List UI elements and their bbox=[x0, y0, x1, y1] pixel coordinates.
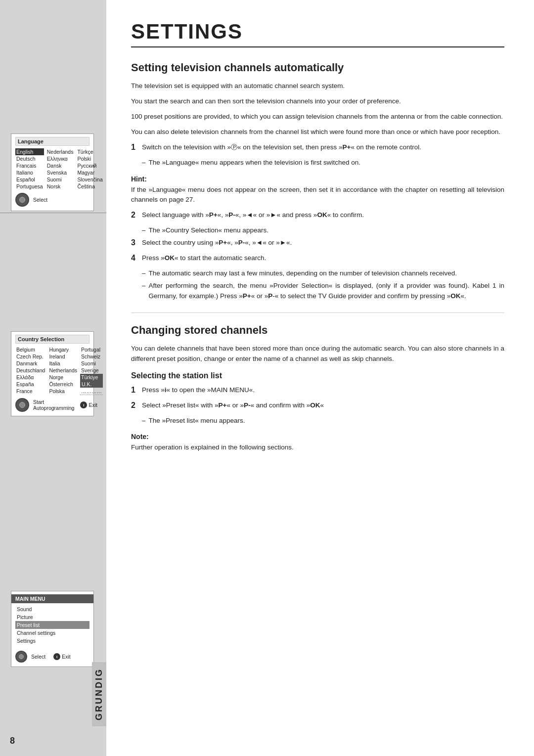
section1-para4: You can also delete television channels … bbox=[131, 127, 504, 137]
country-netherlands: Netherlands bbox=[48, 367, 78, 374]
country-italia: Italia bbox=[48, 360, 78, 367]
country-danmark: Danmark bbox=[15, 360, 46, 367]
lang-deutsch: Deutsch bbox=[15, 155, 44, 162]
section1-para1: The television set is equipped with an a… bbox=[131, 81, 504, 91]
exit-icon: i bbox=[80, 401, 87, 408]
lang-col-2: Nederlands Ελληνικα Dansk Svenska Suomi … bbox=[46, 148, 75, 190]
country-deutschland: Deutschland bbox=[15, 367, 46, 374]
country-ireland: Ireland bbox=[48, 353, 78, 360]
menu-item-sound[interactable]: Sound bbox=[15, 605, 89, 613]
lang-col-3: Türkçe Polski Русский Magyar Slovenčina … bbox=[76, 148, 103, 190]
country-sverige: Sverige bbox=[80, 367, 103, 374]
nav-btn-inner-2 bbox=[19, 402, 25, 408]
country-selection-box: Country Selection Belgium Czech Rep. Dan… bbox=[11, 331, 94, 416]
lang-nederlands: Nederlands bbox=[46, 148, 75, 155]
section2-step2-text: Select »Preset list« with »P+« or »P-« a… bbox=[142, 400, 504, 411]
country-espana: España bbox=[15, 381, 46, 388]
step1-sub1: The »Language« menu appears when the tel… bbox=[131, 158, 504, 168]
step1-number: 1 bbox=[131, 143, 142, 152]
main-menu-exit-icon: i bbox=[53, 653, 60, 660]
country-schweiz: Schweiz bbox=[80, 353, 103, 360]
nav-btn-inner bbox=[19, 197, 25, 203]
step3: 3 Select the country using »P+«, »P-«, »… bbox=[131, 238, 504, 248]
menu-item-settings[interactable]: Settings bbox=[15, 637, 89, 645]
country-select-button[interactable] bbox=[15, 398, 29, 412]
lang-espanol: Español bbox=[15, 176, 44, 183]
main-menu-box: MAIN MENU Sound Picture Preset list Chan… bbox=[11, 591, 94, 667]
language-box-title: Language bbox=[15, 137, 89, 146]
step3-text: Select the country using »P+«, »P-«, »◄«… bbox=[142, 238, 504, 248]
menu-item-channel-settings[interactable]: Channel settings bbox=[15, 629, 89, 637]
lang-polski: Polski bbox=[76, 155, 103, 162]
menu-item-picture[interactable]: Picture bbox=[15, 613, 89, 621]
section1-heading: Setting television channels automaticall… bbox=[131, 61, 504, 74]
step4-text: Press »OK« to start the automatic search… bbox=[142, 253, 504, 264]
hint-block: Hint: If the »Language« menu does not ap… bbox=[131, 175, 504, 206]
main-menu-exit[interactable]: i Exit bbox=[53, 653, 71, 660]
language-select-button[interactable] bbox=[15, 193, 29, 207]
country-france: France bbox=[15, 388, 46, 395]
note-text: Further operation is explained in the fo… bbox=[131, 443, 504, 453]
section2-para1: You can delete channels that have been s… bbox=[131, 344, 504, 364]
hint-label: Hint: bbox=[131, 175, 504, 183]
menu-item-preset-list[interactable]: Preset list bbox=[15, 621, 89, 629]
country-box-footer: Start Autoprogramming i Exit bbox=[15, 398, 89, 412]
language-box: Language English Deutsch Francais Italia… bbox=[11, 133, 94, 211]
step2: 2 Select language with »P+«, »P-«, »◄« o… bbox=[131, 210, 504, 221]
main-menu-select-button[interactable] bbox=[15, 651, 27, 663]
lang-russian: Русский bbox=[76, 162, 103, 169]
section2-step2: 2 Select »Preset list« with »P+« or »P-«… bbox=[131, 400, 504, 411]
country-czech: Czech Rep. bbox=[15, 353, 46, 360]
lang-col-1: English Deutsch Francais Italiano Españo… bbox=[15, 148, 44, 190]
country-portugal: Portugal bbox=[80, 346, 103, 353]
country-col-3: Portugal Schweiz Suomi Sverige Türkiye U… bbox=[80, 346, 103, 395]
step1: 1 Switch on the television with »Ⓟ« on t… bbox=[131, 142, 504, 153]
step4-number: 4 bbox=[131, 254, 142, 263]
page-title: SETTINGS bbox=[131, 20, 504, 47]
lang-italiano: Italiano bbox=[15, 169, 44, 176]
main-menu-footer: Select i Exit bbox=[11, 648, 93, 663]
lang-magyar: Magyar bbox=[76, 169, 103, 176]
lang-cestina: Čeština bbox=[76, 183, 103, 190]
country-col-2: Hungary Ireland Italia Netherlands Norge… bbox=[48, 346, 78, 395]
country-belgium: Belgium bbox=[15, 346, 46, 353]
section1-para2: You start the search and can then sort t… bbox=[131, 96, 504, 107]
country-exit[interactable]: i Exit bbox=[80, 401, 97, 408]
lang-portuguesa: Portuguesa bbox=[15, 183, 44, 190]
step4-sub1: The automatic search may last a few minu… bbox=[131, 268, 504, 279]
section2-step1-number: 1 bbox=[131, 386, 142, 395]
note-label: Note: bbox=[131, 433, 504, 441]
exit-label: Exit bbox=[89, 402, 97, 408]
country-ellada: Ελλάδα bbox=[15, 374, 46, 381]
menu-items-list: Sound Picture Preset list Channel settin… bbox=[11, 605, 93, 645]
lang-greek: Ελληνικα bbox=[46, 155, 75, 162]
lang-dansk: Dansk bbox=[46, 162, 75, 169]
section2-sub-heading: Selecting the station list bbox=[131, 371, 504, 380]
country-autoprog-label: Start Autoprogramming bbox=[33, 399, 74, 411]
lang-francais: Francais bbox=[15, 162, 44, 169]
page-container: Language English Deutsch Francais Italia… bbox=[0, 0, 534, 756]
main-menu-title: MAIN MENU bbox=[11, 594, 93, 603]
country-polska: Polska bbox=[48, 388, 78, 395]
lang-english: English bbox=[15, 148, 44, 155]
step1-text: Switch on the television with »Ⓟ« on the… bbox=[142, 142, 504, 153]
lang-turkce: Türkçe bbox=[76, 148, 103, 155]
lang-slovenčina: Slovenčina bbox=[76, 176, 103, 183]
lang-norsk: Norsk bbox=[46, 183, 75, 190]
brand-name: GRUNDIG bbox=[92, 662, 106, 726]
country-col-1: Belgium Czech Rep. Danmark Deutschland Ε… bbox=[15, 346, 46, 395]
step2-sub1: The »Country Selection« menu appears. bbox=[131, 225, 504, 236]
section1-para3: 100 preset positions are provided, to wh… bbox=[131, 112, 504, 122]
main-menu-select-label: Select bbox=[31, 654, 45, 660]
hint-text: If the »Language« menu does not appear o… bbox=[131, 185, 504, 206]
sidebar: Language English Deutsch Francais Italia… bbox=[0, 0, 106, 756]
main-menu-exit-label: Exit bbox=[62, 654, 71, 660]
country-box-title: Country Selection bbox=[15, 335, 89, 344]
nav-btn-inner-3 bbox=[19, 654, 24, 659]
language-select-label: Select bbox=[33, 197, 47, 203]
step2-text: Select language with »P+«, »P-«, »◄« or … bbox=[142, 210, 504, 221]
step2-number: 2 bbox=[131, 211, 142, 220]
country-uk: U.K. bbox=[80, 381, 103, 388]
step3-number: 3 bbox=[131, 238, 142, 247]
section2-step1: 1 Press »i« to open the »MAIN MENU«. bbox=[131, 385, 504, 396]
